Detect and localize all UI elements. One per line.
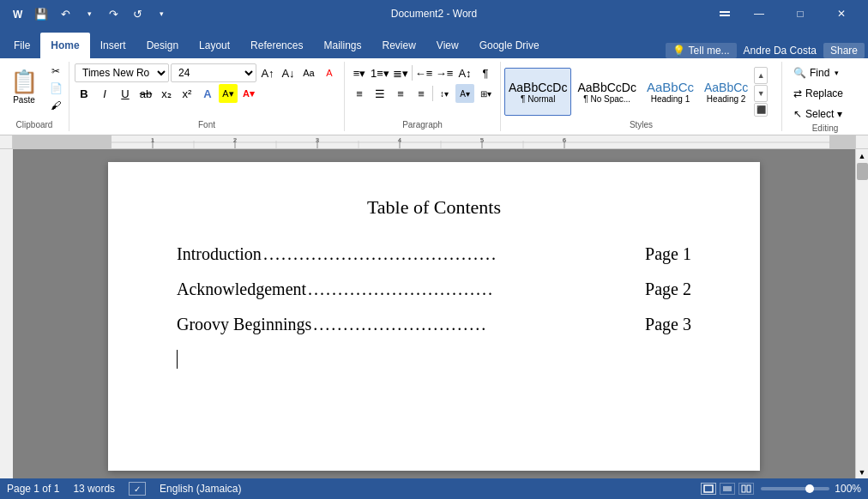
paste-label: Paste — [13, 95, 35, 105]
redo-qa-btn[interactable]: ↷ — [103, 3, 124, 24]
read-mode-btn[interactable] — [738, 483, 754, 495]
style-h1-btn[interactable]: AaBbCc Heading 1 — [642, 68, 698, 116]
print-layout-btn[interactable] — [701, 483, 716, 495]
show-para-btn[interactable]: ¶ — [476, 63, 495, 82]
main-area: Table of Contents Introduction .........… — [0, 149, 868, 478]
replace-label: Replace — [805, 87, 843, 99]
align-right-btn[interactable]: ≡ — [391, 84, 410, 103]
change-case-btn[interactable]: Aa — [299, 63, 318, 82]
tab-file[interactable]: File — [3, 33, 40, 58]
shading-btn[interactable]: A▾ — [455, 84, 474, 103]
tab-googledrive[interactable]: Google Drive — [469, 33, 550, 58]
paste-button[interactable]: 📋 Paste — [3, 63, 45, 110]
paragraph-section: ≡▾ 1≡▾ ≣▾ ←≡ →≡ A↕ ¶ ≡ ☰ ≡ ≡ ↕▾ A▾ ⊞▾ Pa… — [345, 62, 501, 131]
style-normal-btn[interactable]: AaBbCcDc ¶ Normal — [504, 68, 571, 116]
multilevel-btn[interactable]: ≣▾ — [391, 63, 410, 82]
share-btn[interactable]: Share — [823, 43, 865, 58]
minimize-btn[interactable]: — — [739, 0, 779, 27]
track-changes-icon[interactable]: ✓ — [129, 482, 146, 496]
status-bar-right: 100% — [701, 483, 861, 495]
styles-expand-arrow[interactable]: ⬛ — [754, 103, 768, 117]
tab-view[interactable]: View — [426, 33, 469, 58]
font-face-select[interactable]: Times New Ro — [75, 63, 169, 82]
tab-design[interactable]: Design — [136, 33, 189, 58]
style-h2-btn[interactable]: AaBbCc Heading 2 — [700, 68, 752, 116]
ribbon-tabs-bar: File Home Insert Design Layout Reference… — [0, 27, 868, 58]
numbering-btn[interactable]: 1≡▾ — [371, 63, 389, 82]
cut-button[interactable]: ✂ — [46, 63, 65, 79]
svg-text:1: 1 — [151, 136, 155, 144]
bullets-btn[interactable]: ≡▾ — [350, 63, 369, 82]
align-center-btn[interactable]: ☰ — [371, 84, 389, 103]
tab-references[interactable]: References — [240, 33, 313, 58]
styles-scroll-arrows[interactable]: ▲ ▼ ⬛ — [754, 67, 768, 117]
undo-dropdown-btn[interactable]: ▾ — [79, 3, 99, 24]
styles-up-arrow[interactable]: ▲ — [754, 67, 768, 84]
editing-label: Editing — [789, 123, 861, 133]
borders-btn[interactable]: ⊞▾ — [476, 84, 495, 103]
tab-insert[interactable]: Insert — [90, 33, 136, 58]
justify-btn[interactable]: ≡ — [412, 84, 431, 103]
strikethrough-btn[interactable]: ab — [136, 84, 155, 103]
scroll-down-btn[interactable]: ▼ — [856, 466, 869, 478]
format-painter-button[interactable]: 🖌 — [46, 98, 65, 113]
scroll-up-btn[interactable]: ▲ — [856, 149, 869, 162]
clipboard-label: Clipboard — [3, 120, 65, 129]
page-count: Page 1 of 1 — [7, 483, 59, 495]
toc-page-0: Page 1 — [645, 244, 691, 264]
superscript-btn[interactable]: x² — [178, 84, 196, 103]
toc-page-2: Page 3 — [645, 315, 691, 334]
repeat-qa-btn[interactable]: ↺ — [127, 3, 148, 24]
zoom-slider[interactable] — [761, 487, 829, 490]
tab-home[interactable]: Home — [40, 33, 89, 58]
bold-btn[interactable]: B — [75, 84, 93, 103]
scroll-area[interactable]: Table of Contents Introduction .........… — [13, 149, 855, 478]
svg-rect-28 — [747, 485, 750, 492]
italic-btn[interactable]: I — [95, 84, 114, 103]
web-layout-btn[interactable] — [720, 483, 735, 495]
clear-format-btn[interactable]: A — [320, 63, 339, 82]
maximize-btn[interactable]: □ — [781, 0, 820, 27]
subscript-btn[interactable]: x₂ — [157, 84, 176, 103]
find-label: Find — [810, 67, 829, 79]
tab-layout[interactable]: Layout — [189, 33, 240, 58]
tab-mailings[interactable]: Mailings — [313, 33, 371, 58]
editing-buttons: 🔍 Find ▾ ⇄ Replace ↖ Select ▾ — [789, 63, 861, 123]
decrease-font-btn[interactable]: A↓ — [279, 63, 298, 82]
sort-btn[interactable]: A↕ — [455, 63, 474, 82]
align-left-btn[interactable]: ≡ — [350, 84, 369, 103]
view-buttons — [701, 483, 754, 495]
ribbon-toggle-btn[interactable] — [712, 0, 738, 27]
replace-btn[interactable]: ⇄ Replace — [789, 84, 861, 103]
customize-qa-btn[interactable]: ▾ — [151, 3, 172, 24]
zoom-slider-thumb — [805, 484, 814, 493]
style-nospace-btn[interactable]: AaBbCcDc ¶ No Spac... — [573, 68, 640, 116]
increase-indent-btn[interactable]: →≡ — [435, 63, 454, 82]
underline-btn[interactable]: U — [116, 84, 135, 103]
svg-text:2: 2 — [233, 136, 238, 144]
toc-entry-0: Introduction ...........................… — [177, 244, 691, 264]
document-page: Table of Contents Introduction .........… — [108, 162, 760, 471]
scroll-thumb[interactable] — [857, 163, 868, 180]
text-effects-btn[interactable]: A — [198, 84, 217, 103]
text-highlight-btn[interactable]: A▾ — [219, 84, 238, 103]
tab-review[interactable]: Review — [371, 33, 425, 58]
svg-text:6: 6 — [563, 136, 567, 144]
save-qa-btn[interactable]: 💾 — [31, 3, 51, 24]
select-btn[interactable]: ↖ Select ▾ — [789, 105, 861, 123]
increase-font-btn[interactable]: A↑ — [258, 63, 277, 82]
line-spacing-btn[interactable]: ↕▾ — [435, 84, 454, 103]
font-color-btn[interactable]: A▾ — [239, 84, 258, 103]
font-size-select[interactable]: 24 — [171, 63, 256, 82]
ruler-right-corner — [855, 135, 868, 149]
decrease-indent-btn[interactable]: ←≡ — [414, 63, 433, 82]
find-btn[interactable]: 🔍 Find ▾ — [789, 63, 861, 82]
lightbulb-icon: 💡 — [672, 45, 685, 57]
word-count: 13 words — [73, 483, 115, 495]
tell-me-box[interactable]: 💡 Tell me... — [666, 43, 737, 58]
styles-down-arrow[interactable]: ▼ — [754, 85, 768, 102]
undo-qa-btn[interactable]: ↶ — [55, 3, 75, 24]
close-btn[interactable]: ✕ — [822, 0, 861, 27]
title-bar-left: W 💾 ↶ ▾ ↷ ↺ ▾ — [7, 3, 172, 24]
copy-button[interactable]: 📄 — [46, 81, 65, 96]
